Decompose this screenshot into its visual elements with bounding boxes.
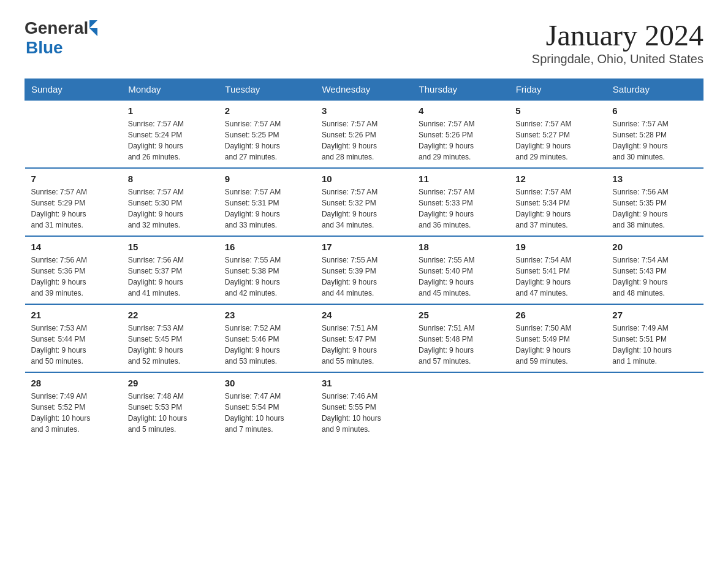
day-info: Sunrise: 7:47 AMSunset: 5:54 PMDaylight:…	[225, 391, 309, 435]
calendar-cell: 26Sunrise: 7:50 AMSunset: 5:49 PMDayligh…	[509, 304, 606, 372]
day-info: Sunrise: 7:54 AMSunset: 5:43 PMDaylight:…	[612, 255, 697, 299]
calendar-cell: 24Sunrise: 7:51 AMSunset: 5:47 PMDayligh…	[316, 304, 412, 372]
calendar-cell: 22Sunrise: 7:53 AMSunset: 5:45 PMDayligh…	[122, 304, 219, 372]
day-info: Sunrise: 7:52 AMSunset: 5:46 PMDaylight:…	[225, 323, 309, 367]
day-info: Sunrise: 7:57 AMSunset: 5:25 PMDaylight:…	[225, 118, 309, 163]
day-number: 24	[322, 310, 406, 320]
day-info: Sunrise: 7:48 AMSunset: 5:53 PMDaylight:…	[128, 391, 213, 435]
day-info: Sunrise: 7:57 AMSunset: 5:33 PMDaylight:…	[419, 186, 503, 231]
day-info: Sunrise: 7:55 AMSunset: 5:39 PMDaylight:…	[322, 255, 406, 299]
day-info: Sunrise: 7:57 AMSunset: 5:27 PMDaylight:…	[515, 118, 600, 163]
day-info: Sunrise: 7:56 AMSunset: 5:36 PMDaylight:…	[31, 255, 116, 299]
calendar-header-friday: Friday	[509, 79, 606, 101]
day-number: 17	[322, 242, 406, 252]
day-info: Sunrise: 7:57 AMSunset: 5:26 PMDaylight:…	[322, 118, 406, 163]
day-number: 7	[31, 174, 116, 184]
day-info: Sunrise: 7:49 AMSunset: 5:51 PMDaylight:…	[612, 323, 697, 367]
day-number: 23	[225, 310, 309, 320]
day-info: Sunrise: 7:57 AMSunset: 5:34 PMDaylight:…	[515, 186, 600, 231]
day-number: 14	[31, 242, 116, 252]
calendar-cell: 16Sunrise: 7:55 AMSunset: 5:38 PMDayligh…	[219, 236, 316, 304]
day-info: Sunrise: 7:57 AMSunset: 5:30 PMDaylight:…	[128, 186, 213, 231]
day-info: Sunrise: 7:53 AMSunset: 5:45 PMDaylight:…	[128, 323, 213, 367]
day-info: Sunrise: 7:56 AMSunset: 5:35 PMDaylight:…	[612, 186, 697, 231]
calendar-cell: 23Sunrise: 7:52 AMSunset: 5:46 PMDayligh…	[219, 304, 316, 372]
calendar-header-thursday: Thursday	[412, 79, 509, 101]
calendar-cell: 13Sunrise: 7:56 AMSunset: 5:35 PMDayligh…	[606, 168, 703, 236]
page-header: General Blue January 2024 Springdale, Oh…	[25, 18, 703, 66]
day-info: Sunrise: 7:55 AMSunset: 5:40 PMDaylight:…	[419, 255, 503, 299]
calendar-cell: 19Sunrise: 7:54 AMSunset: 5:41 PMDayligh…	[509, 236, 606, 304]
day-number: 25	[419, 310, 503, 320]
day-number: 4	[419, 105, 503, 116]
calendar-cell: 25Sunrise: 7:51 AMSunset: 5:48 PMDayligh…	[412, 304, 509, 372]
day-number: 1	[128, 105, 213, 116]
calendar-cell: 5Sunrise: 7:57 AMSunset: 5:27 PMDaylight…	[509, 100, 606, 168]
calendar-cell	[412, 372, 509, 440]
day-number: 11	[419, 174, 503, 184]
day-info: Sunrise: 7:49 AMSunset: 5:52 PMDaylight:…	[31, 391, 116, 435]
calendar-week-row: 7Sunrise: 7:57 AMSunset: 5:29 PMDaylight…	[25, 168, 703, 236]
day-info: Sunrise: 7:50 AMSunset: 5:49 PMDaylight:…	[515, 323, 600, 367]
calendar-cell: 9Sunrise: 7:57 AMSunset: 5:31 PMDaylight…	[219, 168, 316, 236]
calendar-header-row: SundayMondayTuesdayWednesdayThursdayFrid…	[25, 79, 703, 101]
calendar-cell: 27Sunrise: 7:49 AMSunset: 5:51 PMDayligh…	[606, 304, 703, 372]
calendar-header-wednesday: Wednesday	[316, 79, 412, 101]
calendar-cell: 30Sunrise: 7:47 AMSunset: 5:54 PMDayligh…	[219, 372, 316, 440]
day-info: Sunrise: 7:57 AMSunset: 5:24 PMDaylight:…	[128, 118, 213, 163]
calendar-cell: 2Sunrise: 7:57 AMSunset: 5:25 PMDaylight…	[219, 100, 316, 168]
day-info: Sunrise: 7:57 AMSunset: 5:29 PMDaylight:…	[31, 186, 116, 231]
calendar-table: SundayMondayTuesdayWednesdayThursdayFrid…	[25, 79, 703, 440]
day-number: 20	[612, 242, 697, 252]
calendar-cell: 20Sunrise: 7:54 AMSunset: 5:43 PMDayligh…	[606, 236, 703, 304]
logo-general: General	[25, 18, 88, 38]
calendar-cell: 6Sunrise: 7:57 AMSunset: 5:28 PMDaylight…	[606, 100, 703, 168]
calendar-cell: 8Sunrise: 7:57 AMSunset: 5:30 PMDaylight…	[122, 168, 219, 236]
day-number: 2	[225, 105, 309, 116]
calendar-cell	[606, 372, 703, 440]
calendar-cell: 3Sunrise: 7:57 AMSunset: 5:26 PMDaylight…	[316, 100, 412, 168]
day-number: 31	[322, 378, 406, 388]
calendar-cell: 14Sunrise: 7:56 AMSunset: 5:36 PMDayligh…	[25, 236, 122, 304]
calendar-cell: 29Sunrise: 7:48 AMSunset: 5:53 PMDayligh…	[122, 372, 219, 440]
calendar-cell: 11Sunrise: 7:57 AMSunset: 5:33 PMDayligh…	[412, 168, 509, 236]
calendar-cell: 7Sunrise: 7:57 AMSunset: 5:29 PMDaylight…	[25, 168, 122, 236]
day-number: 8	[128, 174, 213, 184]
month-title: January 2024	[532, 18, 703, 52]
day-info: Sunrise: 7:46 AMSunset: 5:55 PMDaylight:…	[322, 391, 406, 435]
calendar-week-row: 1Sunrise: 7:57 AMSunset: 5:24 PMDaylight…	[25, 100, 703, 168]
day-number: 15	[128, 242, 213, 252]
location: Springdale, Ohio, United States	[532, 52, 703, 66]
calendar-cell: 21Sunrise: 7:53 AMSunset: 5:44 PMDayligh…	[25, 304, 122, 372]
calendar-week-row: 14Sunrise: 7:56 AMSunset: 5:36 PMDayligh…	[25, 236, 703, 304]
day-number: 12	[515, 174, 600, 184]
day-info: Sunrise: 7:53 AMSunset: 5:44 PMDaylight:…	[31, 323, 116, 367]
logo-blue: Blue	[26, 38, 63, 58]
day-number: 30	[225, 378, 309, 388]
day-info: Sunrise: 7:51 AMSunset: 5:48 PMDaylight:…	[419, 323, 503, 367]
day-number: 22	[128, 310, 213, 320]
calendar-header-saturday: Saturday	[606, 79, 703, 101]
day-number: 29	[128, 378, 213, 388]
calendar-cell: 15Sunrise: 7:56 AMSunset: 5:37 PMDayligh…	[122, 236, 219, 304]
calendar-cell	[25, 100, 122, 168]
calendar-cell: 10Sunrise: 7:57 AMSunset: 5:32 PMDayligh…	[316, 168, 412, 236]
day-info: Sunrise: 7:54 AMSunset: 5:41 PMDaylight:…	[515, 255, 600, 299]
logo: General Blue	[25, 18, 97, 58]
calendar-cell: 18Sunrise: 7:55 AMSunset: 5:40 PMDayligh…	[412, 236, 509, 304]
day-number: 10	[322, 174, 406, 184]
day-info: Sunrise: 7:51 AMSunset: 5:47 PMDaylight:…	[322, 323, 406, 367]
day-number: 27	[612, 310, 697, 320]
calendar-cell: 4Sunrise: 7:57 AMSunset: 5:26 PMDaylight…	[412, 100, 509, 168]
day-number: 19	[515, 242, 600, 252]
day-info: Sunrise: 7:57 AMSunset: 5:28 PMDaylight:…	[612, 118, 697, 163]
calendar-cell: 17Sunrise: 7:55 AMSunset: 5:39 PMDayligh…	[316, 236, 412, 304]
calendar-cell: 31Sunrise: 7:46 AMSunset: 5:55 PMDayligh…	[316, 372, 412, 440]
calendar-cell	[509, 372, 606, 440]
calendar-header-tuesday: Tuesday	[219, 79, 316, 101]
day-number: 3	[322, 105, 406, 116]
title-block: January 2024 Springdale, Ohio, United St…	[532, 18, 703, 66]
calendar-header-sunday: Sunday	[25, 79, 122, 101]
calendar-week-row: 28Sunrise: 7:49 AMSunset: 5:52 PMDayligh…	[25, 372, 703, 440]
calendar-cell: 28Sunrise: 7:49 AMSunset: 5:52 PMDayligh…	[25, 372, 122, 440]
